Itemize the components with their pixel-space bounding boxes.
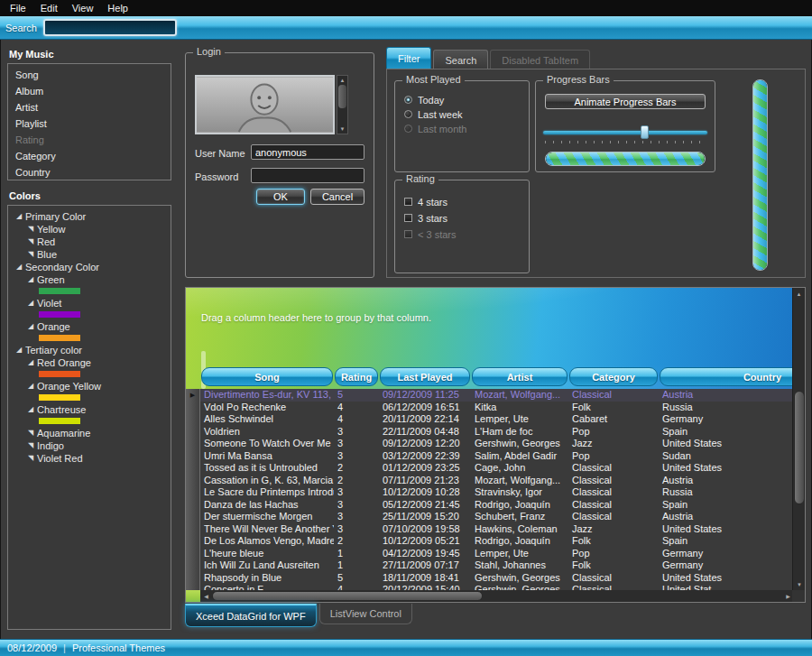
tree-node-blue[interactable]: ◥Blue bbox=[8, 248, 171, 261]
username-input[interactable] bbox=[251, 144, 364, 160]
horizontal-scrollbar-thumb[interactable] bbox=[212, 591, 483, 601]
ok-button[interactable]: OK bbox=[256, 189, 305, 205]
row-selector[interactable] bbox=[186, 450, 200, 463]
radio-option-last-week[interactable]: Last week bbox=[404, 107, 529, 121]
scroll-up-icon[interactable]: ▲ bbox=[793, 288, 805, 300]
slider-track[interactable] bbox=[543, 131, 707, 134]
tree-node-green[interactable]: ◢Green bbox=[8, 273, 171, 286]
column-header-country[interactable]: Country bbox=[660, 367, 792, 386]
column-header-category[interactable]: Category bbox=[569, 367, 658, 386]
slider[interactable] bbox=[543, 125, 707, 144]
collapse-icon[interactable]: ◢ bbox=[24, 403, 37, 416]
sidebar-item-song[interactable]: Song bbox=[8, 67, 171, 83]
radio-option-today[interactable]: Today bbox=[404, 93, 529, 106]
collapse-icon[interactable]: ◢ bbox=[24, 273, 37, 286]
bottom-tab-xceed-datagrid-for-wpf[interactable]: Xceed DataGrid for WPF bbox=[185, 604, 317, 627]
scroll-down-icon[interactable]: ▼ bbox=[337, 125, 347, 134]
tree-node-tertiary-color[interactable]: ◢Tertiary color bbox=[8, 344, 171, 356]
expand-icon[interactable]: ◥ bbox=[24, 248, 37, 261]
row-selector[interactable] bbox=[186, 438, 200, 450]
table-row[interactable]: L'heure bleue104/12/2009 19:45Lemper, Ut… bbox=[186, 548, 792, 560]
scroll-left-icon[interactable]: ◀ bbox=[200, 590, 212, 602]
checkbox-option-3-stars[interactable]: 3 stars bbox=[404, 210, 529, 226]
table-row[interactable]: Rhapsody in Blue518/11/2009 18:41Gershwi… bbox=[186, 572, 792, 585]
cancel-button[interactable]: Cancel bbox=[310, 189, 364, 205]
tree-node-yellow[interactable]: ◥Yellow bbox=[8, 223, 171, 236]
table-row[interactable]: Concerto in F420/12/2009 15:40Gershwin, … bbox=[186, 584, 792, 590]
collapse-icon[interactable]: ◢ bbox=[24, 380, 37, 393]
tree-node-secondary-color[interactable]: ◢Secondary Color bbox=[8, 261, 171, 273]
checkbox-option-4-stars[interactable]: 4 stars bbox=[404, 194, 529, 209]
row-selector[interactable] bbox=[186, 499, 200, 512]
grid-vertical-scrollbar[interactable]: ▲ ▼ bbox=[792, 288, 805, 590]
tree-node-aquamarine[interactable]: ◥Aquamarine bbox=[8, 427, 171, 439]
table-row[interactable]: De Los Alamos Vengo, Madre210/12/2009 05… bbox=[186, 535, 792, 548]
tree-node-violet-red[interactable]: ◥Violet Red bbox=[8, 452, 171, 465]
collapse-icon[interactable]: ◢ bbox=[13, 261, 25, 273]
row-selector[interactable]: ▶ bbox=[186, 389, 200, 402]
collapse-icon[interactable]: ◢ bbox=[24, 356, 37, 369]
tree-node-violet[interactable]: ◢Violet bbox=[8, 297, 171, 310]
collapse-icon[interactable]: ◢ bbox=[24, 320, 37, 333]
column-header-song[interactable]: Song bbox=[201, 367, 333, 386]
table-row[interactable]: Someone To Watch Over Me309/12/2009 12:2… bbox=[186, 438, 792, 450]
grid-horizontal-scrollbar[interactable]: ◀ ▶ bbox=[186, 590, 794, 602]
table-row[interactable]: ▶Divertimento Es-dur, KV 113, 1...509/12… bbox=[186, 389, 792, 402]
table-row[interactable]: Cassation in G, K. 63, Marcia207/11/2009… bbox=[186, 475, 792, 487]
row-selector[interactable] bbox=[186, 572, 200, 585]
row-selector[interactable] bbox=[186, 584, 200, 590]
tree-node-orange-yellow[interactable]: ◢Orange Yellow bbox=[8, 380, 171, 393]
password-input[interactable] bbox=[251, 168, 364, 183]
tree-node-indigo[interactable]: ◥Indigo bbox=[8, 439, 171, 452]
table-row[interactable]: Voldrien322/11/2009 04:48L'Ham de focPop… bbox=[186, 426, 792, 439]
row-selector[interactable] bbox=[186, 402, 200, 414]
row-selector[interactable] bbox=[186, 413, 200, 426]
row-selector[interactable] bbox=[186, 511, 200, 523]
menu-item-edit[interactable]: Edit bbox=[33, 1, 65, 15]
column-header-last-played[interactable]: Last Played bbox=[380, 367, 470, 386]
row-selector[interactable] bbox=[186, 559, 200, 572]
tree-node-red[interactable]: ◥Red bbox=[8, 236, 171, 248]
sidebar-item-album[interactable]: Album bbox=[8, 83, 171, 99]
row-selector[interactable] bbox=[186, 475, 200, 487]
table-row[interactable]: Ich Will Zu Land Ausreiten127/11/2009 07… bbox=[186, 559, 792, 572]
vertical-scrollbar-thumb[interactable] bbox=[794, 391, 805, 504]
table-row[interactable]: Le Sacre du Printemps Introdu...310/12/2… bbox=[186, 486, 792, 499]
menu-item-help[interactable]: Help bbox=[100, 1, 135, 15]
sidebar-item-artist[interactable]: Artist bbox=[8, 99, 171, 115]
tree-node-orange[interactable]: ◢Orange bbox=[8, 320, 171, 333]
table-row[interactable]: Alles Schwindel420/11/2009 22:14Lemper, … bbox=[186, 413, 792, 426]
sidebar-item-category[interactable]: Category bbox=[8, 148, 171, 164]
table-row[interactable]: There Will Never Be Another Y...307/10/2… bbox=[186, 523, 792, 536]
tab-filter[interactable]: Filter bbox=[386, 47, 431, 69]
tree-node-chartreuse[interactable]: ◢Chartreuse bbox=[8, 403, 171, 416]
collapse-icon[interactable]: ◢ bbox=[13, 344, 25, 356]
expand-icon[interactable]: ◥ bbox=[24, 236, 37, 248]
row-selector[interactable] bbox=[186, 523, 200, 536]
search-input[interactable] bbox=[43, 19, 177, 36]
collapse-icon[interactable]: ◢ bbox=[13, 210, 25, 223]
expand-icon[interactable]: ◥ bbox=[24, 223, 37, 236]
slider-thumb[interactable] bbox=[641, 125, 649, 139]
tree-node-primary-color[interactable]: ◢Primary Color bbox=[8, 210, 171, 223]
animate-progress-button[interactable]: Animate Progress Bars bbox=[545, 94, 706, 109]
table-row[interactable]: Vdol Po Rechenke406/12/2009 16:51KitkaFo… bbox=[186, 402, 792, 414]
tab-search[interactable]: Search bbox=[433, 50, 488, 69]
expand-icon[interactable]: ◥ bbox=[24, 427, 37, 439]
sidebar-item-playlist[interactable]: Playlist bbox=[8, 115, 171, 132]
avatar-scrollbar[interactable]: ▲ ▼ bbox=[337, 75, 348, 134]
scroll-up-icon[interactable]: ▲ bbox=[337, 76, 347, 85]
tree-node-red-orange[interactable]: ◢Red Orange bbox=[8, 356, 171, 369]
expand-icon[interactable]: ◥ bbox=[24, 452, 37, 465]
table-row[interactable]: Tossed as it is Untroubled201/12/2009 23… bbox=[186, 462, 792, 475]
row-selector[interactable] bbox=[186, 462, 200, 475]
row-selector[interactable] bbox=[186, 548, 200, 560]
menu-item-file[interactable]: File bbox=[3, 1, 33, 15]
bottom-tab-listview-control[interactable]: ListView Control bbox=[319, 604, 412, 624]
row-selector[interactable] bbox=[186, 486, 200, 499]
expand-icon[interactable]: ◥ bbox=[24, 439, 37, 452]
row-selector[interactable] bbox=[186, 426, 200, 439]
table-row[interactable]: Umri Ma Bansa303/12/2009 22:39Salim, Abd… bbox=[186, 450, 792, 463]
menu-item-view[interactable]: View bbox=[65, 1, 101, 15]
table-row[interactable]: Der stuermische Morgen325/11/2009 15:20S… bbox=[186, 511, 792, 523]
